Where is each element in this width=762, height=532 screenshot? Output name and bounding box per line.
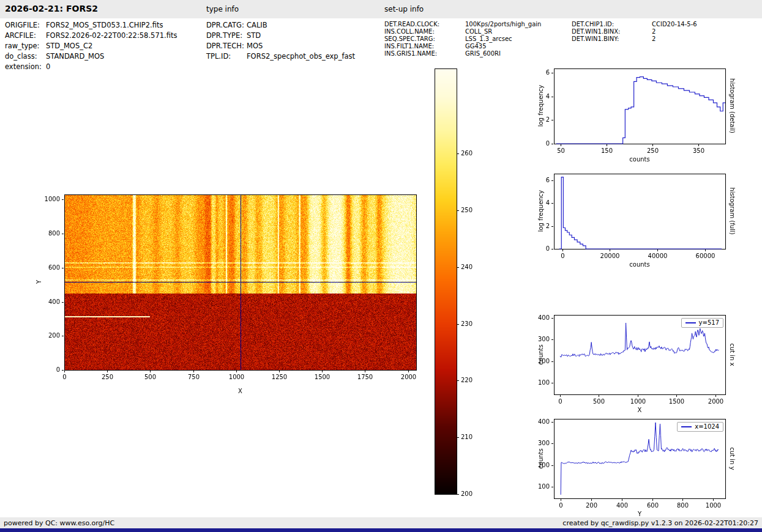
type-info-heading: type info: [206, 5, 239, 13]
info-value: FORS2.2026-02-22T00:22:58.571.fits: [46, 31, 177, 41]
info-value: LSS_1.3_arcsec: [465, 35, 512, 43]
info-value: 0: [46, 62, 50, 72]
histogram-detail-side-label: histogram (detail): [728, 72, 736, 139]
info-label: DET.READ.CLOCK:: [384, 21, 465, 28]
info-row: DPR.TECH:MOS: [206, 41, 355, 51]
cut-in-y-legend-label: x=1024: [695, 423, 719, 430]
info-value: CALIB: [247, 20, 267, 31]
histogram-full-plot: [517, 163, 744, 273]
info-row: ARCFILE:FORS2.2026-02-22T00:22:58.571.fi…: [5, 31, 177, 41]
info-value: STD_MOS_C2: [46, 41, 92, 51]
info-row: DET.WIN1.BINX:2: [572, 28, 697, 35]
info-row: extension:0: [5, 62, 177, 72]
file-info-list: ORIGFILE:FORS2_MOS_STD053.1.CHIP2.fitsAR…: [5, 20, 177, 72]
info-label: DET.CHIP1.ID:: [572, 21, 652, 28]
raw-image-xlabel: X: [231, 388, 250, 395]
info-label: do_class:: [5, 51, 46, 62]
setup-info-heading: set-up info: [384, 5, 424, 13]
info-value: STANDARD_MOS: [46, 51, 104, 62]
type-info-list: DPR.CATG:CALIBDPR.TYPE:STDDPR.TECH:MOSTP…: [206, 20, 355, 62]
info-row: DPR.CATG:CALIB: [206, 20, 355, 31]
info-label: raw_type:: [5, 41, 46, 51]
bottom-strip: [0, 528, 762, 532]
qc-report-page: 2026-02-21: FORS2 type info set-up info …: [0, 0, 762, 532]
info-label: DET.WIN1.BINY:: [572, 35, 652, 43]
histogram-full-side-label: histogram (full): [728, 177, 736, 245]
info-row: TPL.ID:FORS2_specphot_obs_exp_fast: [206, 51, 355, 62]
info-row: ORIGFILE:FORS2_MOS_STD053.1.CHIP2.fits: [5, 20, 177, 31]
info-row: INS.COLL.NAME:COLL_SR: [384, 28, 541, 35]
info-label: ORIGFILE:: [5, 20, 46, 31]
histogram-detail-plot: [517, 58, 744, 168]
cut-in-y-side-label: cut in y: [728, 425, 736, 492]
info-row: DET.READ.CLOCK:100Kps/2ports/high_gain: [384, 21, 541, 28]
page-title: 2026-02-21: FORS2: [5, 4, 98, 13]
info-label: INS.FILT1.NAME:: [384, 43, 465, 50]
info-row: SEQ.SPEC.TARG:LSS_1.3_arcsec: [384, 35, 541, 43]
info-row: do_class:STANDARD_MOS: [5, 51, 177, 62]
info-label: TPL.ID:: [206, 51, 247, 62]
legend-line-icon: [685, 322, 696, 323]
histogram-full-xlabel: counts: [621, 261, 658, 268]
chip-info-list: DET.CHIP1.ID:CCID20-14-5-6DET.WIN1.BINX:…: [572, 21, 697, 43]
info-label: extension:: [5, 62, 46, 72]
cut-in-x-legend: y=517: [681, 318, 723, 328]
info-row: INS.GRIS1.NAME:GRIS_600RI: [384, 50, 541, 57]
footer-bar: powered by QC: www.eso.org/HC created by…: [0, 517, 762, 528]
info-label: INS.COLL.NAME:: [384, 28, 465, 35]
footer-left-text: powered by QC: www.eso.org/HC: [4, 519, 114, 527]
info-label: INS.GRIS1.NAME:: [384, 50, 465, 57]
legend-line-icon: [681, 426, 692, 427]
info-row: DPR.TYPE:STD: [206, 31, 355, 41]
info-value: 2: [652, 28, 656, 35]
cut-in-x-side-label: cut in x: [728, 321, 736, 388]
cut-in-x-legend-label: y=517: [699, 319, 719, 327]
setup-info-list: DET.READ.CLOCK:100Kps/2ports/high_gainIN…: [384, 21, 541, 57]
info-value: GG435: [465, 43, 487, 50]
info-value: COLL_SR: [465, 28, 492, 35]
info-row: DET.WIN1.BINY:2: [572, 35, 697, 43]
info-row: raw_type:STD_MOS_C2: [5, 41, 177, 51]
info-value: GRIS_600RI: [465, 50, 501, 57]
raw-image-plot: [31, 183, 425, 401]
info-label: DPR.TECH:: [206, 41, 247, 51]
cut-in-x-ylabel: counts: [537, 327, 545, 382]
info-value: CCID20-14-5-6: [652, 21, 697, 28]
info-value: STD: [247, 31, 261, 41]
info-value: MOS: [247, 41, 263, 51]
histogram-full-ylabel: log frequency: [537, 183, 545, 238]
cut-in-y-legend: x=1024: [677, 422, 723, 432]
header-bar: 2026-02-21: FORS2 type info set-up info: [0, 0, 762, 18]
info-value: FORS2_MOS_STD053.1.CHIP2.fits: [46, 20, 163, 31]
info-label: DPR.CATG:: [206, 20, 247, 31]
footer-right-text: created by qc_rawdisp.py v1.2.3 on 2026-…: [562, 519, 758, 527]
raw-image-ylabel: Y: [35, 276, 43, 288]
info-label: DET.WIN1.BINX:: [572, 28, 652, 35]
info-value: 100Kps/2ports/high_gain: [465, 21, 541, 28]
info-row: DET.CHIP1.ID:CCID20-14-5-6: [572, 21, 697, 28]
info-label: DPR.TYPE:: [206, 31, 247, 41]
histogram-detail-xlabel: counts: [621, 156, 658, 163]
colorbar: [428, 61, 487, 501]
info-label: ARCFILE:: [5, 31, 46, 41]
info-value: FORS2_specphot_obs_exp_fast: [247, 51, 355, 62]
info-value: 2: [652, 35, 656, 43]
info-row: INS.FILT1.NAME:GG435: [384, 43, 541, 50]
histogram-detail-ylabel: log frequency: [537, 78, 545, 133]
info-label: SEQ.SPEC.TARG:: [384, 35, 465, 43]
cut-in-y-ylabel: counts: [537, 431, 545, 486]
